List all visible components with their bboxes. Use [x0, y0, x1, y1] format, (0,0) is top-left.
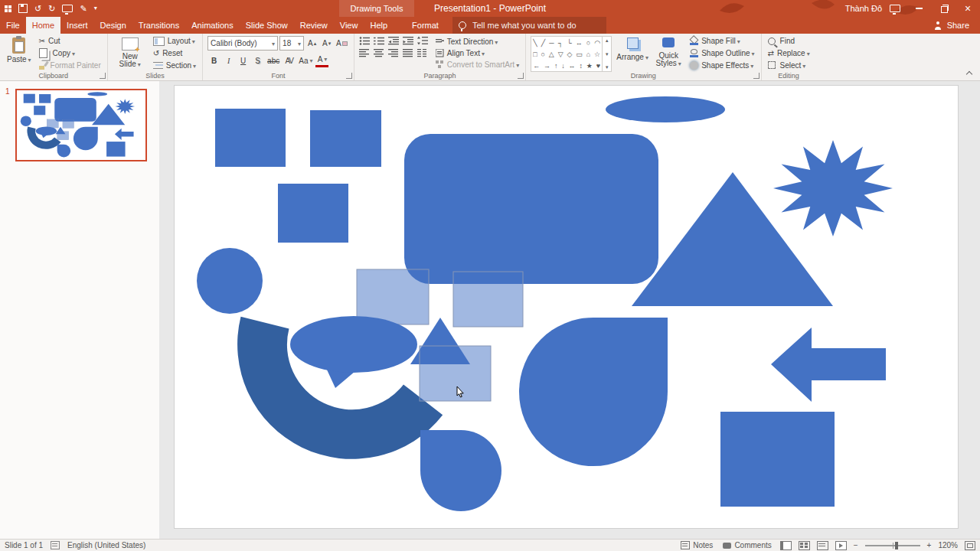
shrink-font-button[interactable]: A: [320, 37, 333, 49]
shape-gallery-item[interactable]: ◇: [567, 50, 572, 59]
normal-view-button[interactable]: [780, 541, 792, 550]
increase-indent-icon[interactable]: [403, 36, 413, 45]
collapse-ribbon-button[interactable]: [966, 70, 972, 77]
line-spacing-icon[interactable]: [417, 36, 428, 45]
strikethrough-button[interactable]: abc: [266, 55, 281, 67]
shape-gallery-item[interactable]: └: [567, 38, 571, 47]
slide-shape-ghost-square-3[interactable]: [420, 346, 491, 401]
tab-help[interactable]: Help: [364, 17, 394, 34]
close-button[interactable]: ×: [956, 0, 980, 17]
slide-shape-circle[interactable]: [21, 116, 31, 126]
zoom-level[interactable]: 120%: [938, 541, 958, 549]
slide-shape-rectangle-2[interactable]: [310, 110, 381, 167]
tab-animations[interactable]: Animations: [185, 17, 239, 34]
start-slideshow-icon[interactable]: [62, 5, 73, 12]
slide-shape-speech-bubble[interactable]: [36, 126, 57, 135]
shape-gallery-item[interactable]: △: [549, 50, 554, 59]
clipboard-dialog-launcher[interactable]: [100, 73, 106, 79]
align-left-icon[interactable]: [359, 48, 370, 57]
slide-shape-square-small[interactable]: [34, 106, 45, 115]
format-painter-button[interactable]: Format Painter: [38, 60, 103, 70]
slide-shape-ghost-square-1[interactable]: [47, 119, 58, 128]
slide-shape-square-large[interactable]: [106, 142, 125, 157]
slideshow-view-button[interactable]: [835, 541, 847, 550]
shape-gallery-item[interactable]: ↔: [569, 61, 576, 70]
slide-shape-ghost-square-1[interactable]: [357, 269, 429, 324]
align-center-icon[interactable]: [374, 48, 384, 57]
language-status[interactable]: English (United States): [67, 541, 145, 549]
shape-gallery-item[interactable]: ↓: [561, 61, 565, 70]
shape-outline-button[interactable]: Shape Outline: [688, 48, 756, 59]
slide-shape-square-small[interactable]: [278, 184, 348, 243]
shape-gallery-item[interactable]: ←: [533, 61, 540, 70]
underline-button[interactable]: U: [237, 55, 250, 67]
slide-shape-circle[interactable]: [197, 248, 263, 314]
shape-gallery-item[interactable]: □: [533, 50, 537, 59]
shape-gallery-item[interactable]: ♥: [596, 61, 600, 70]
arrange-button[interactable]: Arrange: [616, 36, 648, 70]
slide-sorter-view-button[interactable]: [799, 541, 810, 550]
new-slide-button[interactable]: New Slide: [113, 36, 148, 70]
copy-button[interactable]: Copy: [38, 48, 103, 59]
gallery-scroll-up-icon[interactable]: ▲: [605, 38, 609, 43]
text-shadow-button[interactable]: S: [251, 55, 264, 67]
tab-file[interactable]: File: [0, 17, 26, 34]
convert-smartart-button[interactable]: Convert to SmartArt: [434, 59, 521, 70]
align-text-button[interactable]: Align Text: [434, 47, 521, 58]
slide-shape-square-large[interactable]: [720, 412, 835, 507]
tab-format[interactable]: Format: [406, 17, 445, 34]
pen-icon[interactable]: ✎: [80, 5, 87, 13]
tab-insert[interactable]: Insert: [60, 17, 94, 34]
share-button[interactable]: Share: [923, 17, 980, 34]
slide[interactable]: [175, 86, 958, 528]
drawing-dialog-launcher[interactable]: [753, 73, 760, 79]
font-size-combo[interactable]: 18: [279, 36, 304, 51]
slide-editor-canvas[interactable]: [159, 81, 980, 539]
slide-shape-teardrop-large[interactable]: [519, 318, 668, 466]
zoom-slider-thumb[interactable]: [895, 542, 898, 549]
tab-review[interactable]: Review: [294, 17, 334, 34]
shape-gallery-item[interactable]: ▽: [558, 50, 564, 59]
tab-home[interactable]: Home: [26, 17, 60, 34]
shape-gallery-item[interactable]: →: [544, 61, 550, 70]
slide-shape-ghost-square-3[interactable]: [57, 132, 69, 140]
shape-gallery-item[interactable]: ○: [586, 38, 590, 47]
tell-me-box[interactable]: [452, 17, 606, 34]
comments-toggle[interactable]: Comments: [721, 540, 773, 551]
columns-icon[interactable]: [417, 48, 426, 57]
slide-shape-starburst[interactable]: [773, 140, 893, 236]
shape-gallery-item[interactable]: ↕: [579, 61, 583, 70]
save-icon[interactable]: [18, 4, 28, 13]
zoom-in-button[interactable]: +: [927, 541, 932, 549]
shape-gallery-item[interactable]: ┐: [558, 38, 563, 47]
minimize-button[interactable]: [906, 0, 931, 17]
tab-design[interactable]: Design: [94, 17, 132, 34]
layout-button[interactable]: Layout: [152, 36, 198, 47]
notes-toggle[interactable]: Notes: [679, 540, 714, 551]
shape-effects-button[interactable]: Shape Effects: [688, 60, 756, 70]
slide-shape-teardrop-small[interactable]: [420, 430, 501, 511]
slide-shape-starburst[interactable]: [115, 99, 135, 114]
slide-shape-rounded-rectangle[interactable]: [54, 98, 96, 122]
customize-qat-icon[interactable]: ▾: [94, 5, 97, 11]
slide-shape-rectangle-1[interactable]: [215, 109, 286, 167]
zoom-slider[interactable]: [865, 545, 920, 546]
shape-gallery-item[interactable]: ╱: [541, 38, 545, 47]
shape-gallery-item[interactable]: ↔: [576, 38, 583, 47]
slide-shape-rounded-rectangle[interactable]: [404, 134, 658, 284]
character-spacing-button[interactable]: AV: [283, 55, 296, 67]
slide-thumbnail[interactable]: [15, 89, 147, 161]
slide-shape-ellipse-top[interactable]: [606, 96, 725, 122]
display-settings-icon[interactable]: [890, 5, 900, 12]
reading-view-button[interactable]: [817, 541, 828, 550]
quick-styles-button[interactable]: Quick Styles: [653, 36, 684, 70]
section-button[interactable]: Section: [152, 60, 198, 70]
select-button[interactable]: Select: [766, 60, 812, 70]
shape-gallery-item[interactable]: ◠: [594, 38, 600, 47]
shape-fill-button[interactable]: Shape Fill: [688, 36, 756, 47]
paste-button[interactable]: Paste: [5, 36, 34, 70]
slide-shape-ghost-square-2[interactable]: [453, 272, 523, 327]
shape-gallery-item[interactable]: ─: [549, 38, 554, 47]
paragraph-dialog-launcher[interactable]: [518, 73, 524, 79]
find-button[interactable]: Find: [766, 36, 812, 47]
